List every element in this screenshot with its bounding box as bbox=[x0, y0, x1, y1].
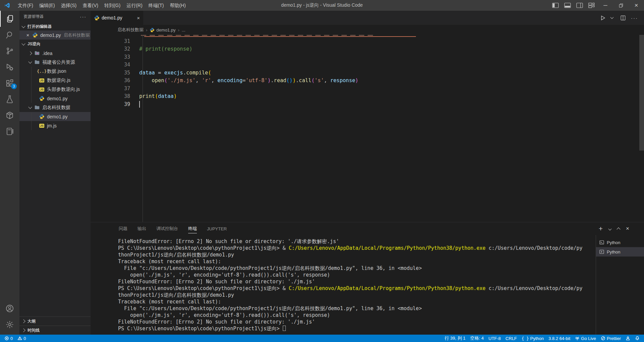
error-icon bbox=[4, 336, 9, 341]
panel-tab-终端[interactable]: 终端 bbox=[188, 222, 197, 235]
editor-scrollbar[interactable] bbox=[639, 35, 644, 151]
activity-bar: 3 bbox=[0, 11, 19, 335]
status-prettier[interactable]: Prettier bbox=[598, 335, 623, 342]
toggle-secondary-sidebar-icon[interactable] bbox=[576, 3, 583, 8]
tree-item[interactable]: demo1.py bbox=[19, 112, 91, 121]
bell-icon bbox=[635, 336, 640, 341]
line-number: 39 bbox=[91, 101, 130, 107]
panel-tab-输出[interactable]: 输出 bbox=[138, 222, 146, 235]
split-editor-icon[interactable] bbox=[620, 15, 626, 21]
breadcrumb-item[interactable]: 启名科技数据 bbox=[117, 27, 144, 33]
status-python-interpreter[interactable]: 3.8.2 64-bit bbox=[546, 335, 573, 342]
tree-item[interactable]: 福建省公共资源 bbox=[19, 58, 91, 67]
menu-item-0[interactable]: 文件(F) bbox=[15, 0, 36, 11]
tree-item-label: 数据.json bbox=[47, 68, 66, 74]
activity-testing[interactable] bbox=[0, 91, 19, 107]
python-file-icon bbox=[94, 15, 100, 21]
terminal-output[interactable]: FileNotFoundError: [Errno 2] No such fil… bbox=[91, 235, 596, 335]
tree-item[interactable]: JS数据逆向.js bbox=[19, 76, 91, 85]
tree-item[interactable]: demo1.py bbox=[19, 94, 91, 103]
terminal-dropdown-chevron-icon[interactable] bbox=[608, 227, 612, 230]
close-panel-icon[interactable]: × bbox=[626, 225, 629, 232]
close-editor-icon[interactable]: × bbox=[25, 32, 31, 38]
status-eol[interactable]: CRLF bbox=[503, 335, 519, 342]
customize-layout-icon[interactable] bbox=[588, 3, 595, 8]
menu-item-2[interactable]: 选择(S) bbox=[58, 0, 80, 11]
menu-item-5[interactable]: 运行(R) bbox=[123, 0, 145, 11]
activity-search[interactable] bbox=[0, 27, 19, 43]
panel-tab-调试控制台[interactable]: 调试控制台 bbox=[156, 222, 178, 235]
js-icon: JS bbox=[39, 77, 45, 83]
code-text: # print(response) bbox=[139, 46, 193, 52]
tree-item[interactable]: .idea bbox=[19, 49, 91, 58]
activity-account[interactable] bbox=[0, 300, 19, 317]
breadcrumb-item[interactable]: ... bbox=[182, 27, 185, 33]
js-icon: JS bbox=[39, 87, 45, 92]
status-language-mode[interactable]: { }Python bbox=[519, 335, 546, 342]
status-feedback[interactable] bbox=[623, 335, 633, 342]
close-tab-icon[interactable]: × bbox=[137, 15, 140, 21]
menu-item-4[interactable]: 转到(G) bbox=[101, 0, 123, 11]
section-outline[interactable]: 大纲 bbox=[19, 317, 91, 326]
activity-source-control[interactable] bbox=[0, 43, 19, 59]
section-timeline[interactable]: 时间线 bbox=[19, 326, 91, 335]
status-notifications[interactable] bbox=[633, 335, 642, 342]
status-cursor-position[interactable]: 行 39, 列 1 bbox=[442, 335, 468, 342]
menu-item-1[interactable]: 编辑(E) bbox=[36, 0, 58, 11]
activity-run-debug[interactable] bbox=[0, 59, 19, 75]
code-editor[interactable]: 3132# print(response)333435dataa = execj… bbox=[91, 35, 644, 222]
activity-settings[interactable] bbox=[0, 317, 19, 333]
editor-more-actions-icon[interactable]: ··· bbox=[631, 15, 638, 21]
terminal-prompt-icon bbox=[599, 240, 604, 245]
activity-explorer[interactable] bbox=[0, 11, 19, 27]
code-text: dataa = execjs.compile( bbox=[139, 70, 211, 76]
maximize-panel-icon[interactable] bbox=[616, 227, 620, 231]
workspace-root-section[interactable]: JS逆向 bbox=[19, 40, 91, 49]
explorer-more-actions-icon[interactable]: ··· bbox=[80, 14, 87, 19]
chevron-right-icon bbox=[28, 51, 32, 55]
terminal-list-item[interactable]: Python bbox=[596, 247, 644, 256]
status-go-live[interactable]: Go Live bbox=[573, 335, 598, 342]
terminal-run-icon bbox=[599, 249, 604, 254]
chevron-down-icon bbox=[28, 60, 32, 63]
python-file-icon bbox=[150, 27, 155, 33]
run-python-file-icon[interactable] bbox=[600, 15, 606, 21]
restore-button[interactable] bbox=[613, 0, 629, 11]
open-editors-section[interactable]: 打开的编辑器 bbox=[19, 22, 91, 31]
tree-item[interactable]: 启名科技数据 bbox=[19, 103, 91, 112]
terminal-line: FileNotFoundError: [Errno 2] No such fil… bbox=[118, 319, 596, 326]
activity-extensions[interactable]: 3 bbox=[0, 75, 19, 91]
tree-item[interactable]: JSjm.js bbox=[19, 121, 91, 130]
menu-item-6[interactable]: 终端(T) bbox=[146, 0, 167, 11]
activity-notebook[interactable] bbox=[0, 123, 19, 139]
run-dropdown-chevron-icon[interactable] bbox=[610, 15, 614, 19]
tree-item[interactable]: {..}数据.json bbox=[19, 67, 91, 76]
toggle-panel-icon[interactable] bbox=[564, 3, 571, 8]
status-errors[interactable]: 0 bbox=[2, 335, 15, 342]
tree-item[interactable]: JS头部参数逆向.js bbox=[19, 85, 91, 94]
explorer-sidebar: 资源管理器 ··· 打开的编辑器 ×demo1.py启名科技数据 JS逆向 .i… bbox=[19, 11, 91, 335]
status-warnings[interactable]: 0 bbox=[15, 335, 28, 342]
terminal-cursor bbox=[283, 326, 286, 331]
tab-demo1py[interactable]: demo1.py × bbox=[91, 11, 144, 25]
open-editor-detail: 启名科技数据 bbox=[63, 32, 90, 38]
notebook-icon bbox=[5, 127, 14, 136]
toggle-sidebar-icon[interactable] bbox=[552, 3, 559, 8]
chevron-down-icon bbox=[28, 105, 32, 109]
new-terminal-icon[interactable]: + bbox=[599, 225, 603, 233]
open-editor-item[interactable]: ×demo1.py启名科技数据 bbox=[19, 31, 91, 40]
close-window-button[interactable]: × bbox=[629, 0, 644, 11]
menu-item-7[interactable]: 帮助(H) bbox=[167, 0, 189, 11]
terminal-line: open('./jm.js', 'r', encoding='utf-8').r… bbox=[118, 272, 596, 279]
panel-tab-问题[interactable]: 问题 bbox=[119, 222, 127, 235]
terminal-list-item[interactable]: Python bbox=[596, 238, 644, 247]
minimize-button[interactable]: ─ bbox=[598, 0, 613, 11]
status-indentation[interactable]: 空格: 4 bbox=[468, 335, 486, 342]
panel-tab-JUPYTER[interactable]: JUPYTER bbox=[207, 222, 227, 235]
breadcrumb-item[interactable]: demo1.py bbox=[156, 27, 175, 33]
menu-item-3[interactable]: 查看(V) bbox=[79, 0, 101, 11]
status-encoding[interactable]: UTF-8 bbox=[486, 335, 503, 342]
status-text: 0 bbox=[10, 336, 13, 341]
sidebar-title: 资源管理器 bbox=[23, 14, 44, 19]
activity-package[interactable] bbox=[0, 107, 19, 123]
